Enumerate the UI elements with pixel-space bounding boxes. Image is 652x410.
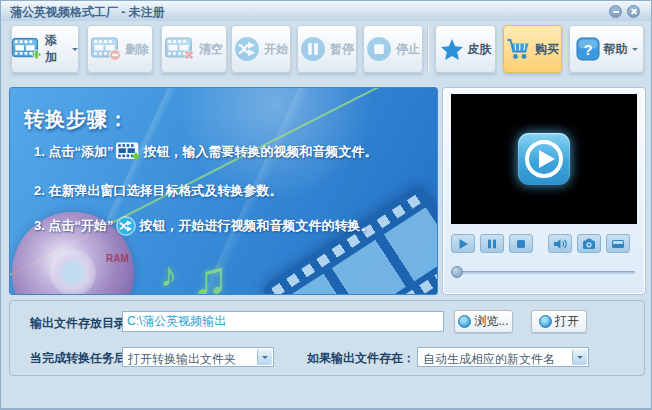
open-button[interactable]: 打开: [531, 310, 587, 333]
help-button[interactable]: ? 帮助: [569, 25, 644, 73]
conversion-steps-panel: RAM ♪ ♫ 转换步骤： 1. 点击“添加” 按钮，输入需要转换的视频和音频文…: [9, 87, 438, 295]
player-stop-button[interactable]: [509, 234, 533, 253]
film-reel-icon: [539, 315, 552, 328]
pause-icon: [486, 238, 498, 250]
buy-button-label: 购买: [535, 41, 559, 58]
film-clear-icon: [165, 37, 195, 62]
delete-button-label: 删除: [125, 41, 149, 58]
help-icon: ?: [576, 37, 600, 61]
step-1: 1. 点击“添加” 按钮，输入需要转换的视频和音频文件。: [34, 142, 377, 161]
film-delete-icon: [91, 37, 121, 62]
player-snapshot-button[interactable]: [577, 234, 601, 253]
play-icon: [457, 238, 469, 250]
clear-button-label: 清空: [199, 41, 223, 58]
buy-button[interactable]: 购买: [503, 25, 562, 73]
chevron-down-icon[interactable]: [257, 349, 272, 365]
chevron-down-icon: [72, 48, 78, 54]
chevron-down-icon[interactable]: [572, 349, 587, 365]
stop-button[interactable]: 停止: [363, 25, 423, 73]
camera-icon: [582, 238, 596, 250]
music-note-icon: ♫: [192, 251, 228, 295]
film-add-icon: [116, 142, 140, 161]
steps-heading: 转换步骤：: [24, 106, 129, 133]
pause-icon: [300, 36, 326, 62]
browse-button[interactable]: 浏览...: [454, 310, 513, 333]
volume-icon: [553, 238, 567, 250]
output-settings-group: 输出文件存放目录： 浏览... 打开 当完成转换任务后： 打开转换输出文件夹 如…: [9, 300, 645, 376]
skin-button-label: 皮肤: [468, 41, 492, 58]
file-exists-select[interactable]: 自动生成相应的新文件名: [417, 347, 589, 367]
window-title: 蒲公英视频格式工厂 - 未注册: [10, 4, 165, 21]
cart-icon: [506, 38, 531, 61]
stop-icon: [515, 238, 527, 250]
player-play-button[interactable]: [451, 234, 475, 253]
step-1-text: 按钮，输入需要转换的视频和音频文件。: [143, 143, 377, 161]
add-button-label: 添加: [45, 32, 68, 66]
star-icon: [440, 38, 464, 61]
music-note-icon: ♪: [160, 255, 177, 294]
step-1-text: 1. 点击“添加”: [34, 143, 113, 161]
fullscreen-icon: [611, 238, 625, 250]
decor-film-strip: [261, 184, 438, 295]
step-3-text: 按钮，开始进行视频和音频文件的转换。: [139, 217, 373, 235]
file-exists-label: 如果输出文件存在：: [307, 350, 415, 367]
app-window: 蒲公英视频格式工厂 - 未注册 添加 删除: [0, 0, 652, 410]
stop-button-label: 停止: [396, 41, 420, 58]
file-exists-value: 自动生成相应的新文件名: [423, 351, 555, 368]
pause-button[interactable]: 暂停: [297, 25, 357, 73]
player-pause-button[interactable]: [480, 234, 504, 253]
help-button-label: 帮助: [604, 41, 628, 58]
stop-icon: [366, 36, 392, 62]
browse-button-label: 浏览...: [474, 313, 508, 330]
step-3-text: 3. 点击“开始”: [34, 217, 113, 235]
player-fullscreen-button[interactable]: [606, 234, 630, 253]
open-button-label: 打开: [555, 313, 579, 330]
player-volume-button[interactable]: [548, 234, 572, 253]
seek-thumb[interactable]: [451, 266, 463, 278]
delete-button[interactable]: 删除: [87, 25, 153, 73]
minimize-button[interactable]: [609, 5, 622, 18]
film-add-icon: [12, 37, 41, 62]
step-3: 3. 点击“开始” 按钮，开始进行视频和音频文件的转换。: [34, 216, 373, 236]
close-button[interactable]: [627, 5, 640, 18]
svg-text:?: ?: [583, 41, 592, 58]
start-convert-icon: [234, 36, 260, 62]
after-task-value: 打开转换输出文件夹: [128, 351, 236, 368]
start-button-label: 开始: [264, 41, 288, 58]
disc-label: RAM: [106, 253, 129, 264]
chevron-down-icon: [632, 48, 638, 54]
preview-player-panel: [442, 87, 646, 295]
start-convert-icon: [116, 216, 136, 236]
film-reel-icon: [458, 315, 471, 328]
pause-button-label: 暂停: [330, 41, 354, 58]
step-2: 2. 在新弹出窗口选择目标格式及转换参数。: [34, 182, 282, 200]
output-dir-input[interactable]: [122, 311, 444, 332]
titlebar: 蒲公英视频格式工厂 - 未注册: [1, 1, 651, 21]
step-2-text: 2. 在新弹出窗口选择目标格式及转换参数。: [34, 182, 282, 200]
add-button[interactable]: 添加: [11, 25, 79, 73]
toolbar-separator: [427, 26, 428, 72]
play-overlay-button[interactable]: [518, 133, 570, 185]
seek-track[interactable]: [453, 271, 635, 274]
skin-button[interactable]: 皮肤: [435, 25, 496, 73]
player-controls: [451, 234, 637, 254]
play-icon: [518, 133, 570, 185]
after-task-select[interactable]: 打开转换输出文件夹: [122, 347, 274, 367]
seek-bar[interactable]: [451, 266, 637, 278]
start-button[interactable]: 开始: [231, 25, 291, 73]
video-display-area: [451, 94, 637, 224]
clear-button[interactable]: 清空: [161, 25, 227, 73]
